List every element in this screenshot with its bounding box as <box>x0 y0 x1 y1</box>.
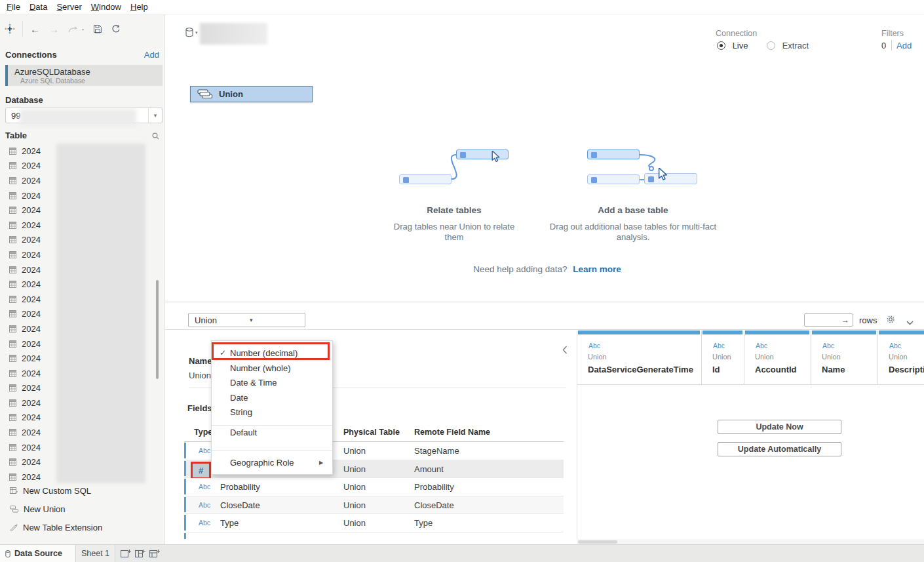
data-source-icon <box>5 550 10 557</box>
field-type-abc[interactable]: Abc <box>194 496 215 515</box>
toolbar-separator <box>22 21 23 37</box>
help-line: Need help adding data? Learn more <box>429 264 665 274</box>
new-table-extension-label: New Table Extension <box>23 523 102 532</box>
grid-column-header[interactable]: Abc Union AccountId <box>744 331 811 384</box>
menu-item-default[interactable]: Default <box>230 428 257 438</box>
new-union-label: New Union <box>24 504 66 514</box>
field-type-number-icon-annotated[interactable]: # <box>191 462 211 479</box>
update-automatically-button[interactable]: Update Automatically <box>718 442 841 456</box>
table-name: 2024 <box>22 265 41 275</box>
table-row-partial[interactable] <box>184 532 564 540</box>
menu-server[interactable]: Server <box>52 2 86 12</box>
table-extension-icon <box>10 523 18 531</box>
column-name: AccountId <box>755 365 797 374</box>
column-table: Union <box>822 353 841 361</box>
radio-extract-dot[interactable] <box>767 41 775 50</box>
refresh-icon[interactable] <box>111 24 121 33</box>
new-story-button[interactable] <box>149 549 161 560</box>
datasource-caret-icon[interactable]: ▾ <box>195 30 198 35</box>
filters-add-link[interactable]: Add <box>896 41 912 50</box>
table-name: 2024 <box>22 205 41 215</box>
row-accent-bar <box>184 497 186 513</box>
tab-sheet1[interactable]: Sheet 1 <box>76 545 115 562</box>
add-connection-link[interactable]: Add <box>144 50 159 60</box>
connection-item[interactable]: AzureSQLDatabase Azure SQL Database <box>5 65 163 86</box>
row-accent-bar <box>184 515 186 531</box>
redo-icon[interactable]: ▾ <box>68 25 84 33</box>
collapse-panel-chevron-icon[interactable] <box>562 346 568 356</box>
base-connector-dash <box>640 179 644 180</box>
database-name-redaction <box>20 109 136 126</box>
field-type-abc[interactable]: Abc <box>194 514 215 532</box>
toolbar: ← → ▾ <box>0 18 125 39</box>
table-row[interactable]: Abc Probability Union Probability <box>184 478 564 496</box>
name-value[interactable]: Union <box>189 371 211 380</box>
new-table-extension[interactable]: New Table Extension <box>0 520 165 534</box>
table-icon <box>9 162 16 169</box>
learn-more-link[interactable]: Learn more <box>573 264 621 274</box>
field-type-abc[interactable]: Abc <box>194 478 215 496</box>
sidebar-scrollbar[interactable] <box>156 280 159 379</box>
col-header-remote-field-name[interactable]: Remote Field Name <box>414 428 490 437</box>
gear-icon[interactable] <box>885 314 896 327</box>
grid-column-header[interactable]: Abc Union Description <box>878 331 924 384</box>
chevron-down-icon[interactable] <box>906 317 914 327</box>
chevron-down-icon[interactable]: ▾ <box>148 108 162 123</box>
back-button[interactable]: ← <box>30 24 40 35</box>
grid-column-header[interactable]: Abc Union DataServiceGenerateTime <box>577 331 702 384</box>
connections-title: Connections <box>5 50 57 60</box>
menu-data[interactable]: Data <box>25 2 52 12</box>
scrollbar-thumb[interactable] <box>578 540 617 544</box>
table-icon <box>9 370 16 377</box>
menu-item-date[interactable]: Date <box>230 393 248 403</box>
table-icon <box>9 281 16 288</box>
col-header-physical-table[interactable]: Physical Table <box>343 428 400 437</box>
grid-column-header[interactable]: Abc Union Id <box>702 331 744 384</box>
rows-go-arrow-icon[interactable]: → <box>841 315 849 325</box>
update-now-button[interactable]: Update Now <box>718 420 841 434</box>
connection-name: AzureSQLDatabase <box>14 67 90 77</box>
menu-window[interactable]: Window <box>87 2 126 12</box>
new-custom-sql[interactable]: New Custom SQL <box>0 483 165 498</box>
menu-item-geographic-role[interactable]: Geographic Role <box>230 458 294 468</box>
new-worksheet-button[interactable] <box>121 549 132 560</box>
forward-button[interactable]: → <box>49 24 59 35</box>
grid-horizontal-scrollbar[interactable] <box>577 539 924 544</box>
datasource-icon[interactable] <box>185 28 193 39</box>
menu-item-number-whole[interactable]: Number (whole) <box>230 363 290 374</box>
grid-column-header[interactable]: Abc Union Name <box>811 331 878 384</box>
tab-data-source[interactable]: Data Source <box>0 545 76 562</box>
column-name: Name <box>822 365 845 374</box>
remote-field-name: Type <box>414 514 433 532</box>
table-row[interactable]: Abc Type Union Type <box>184 514 564 532</box>
radio-live[interactable]: Live <box>717 41 748 50</box>
table-icon <box>9 236 16 243</box>
menu-item-string[interactable]: String <box>230 407 252 418</box>
menu-file[interactable]: File <box>2 2 25 12</box>
column-accent-bar <box>578 331 700 334</box>
union-table-node[interactable]: Union <box>190 86 313 102</box>
menu-help[interactable]: Help <box>126 2 153 12</box>
save-icon[interactable] <box>93 24 102 33</box>
col-header-type[interactable]: Type <box>194 428 212 437</box>
menu-item-number-decimal[interactable]: Number (decimal) <box>230 348 298 359</box>
tableau-logo-icon[interactable] <box>5 24 15 34</box>
menu-item-date-time[interactable]: Date & Time <box>230 378 277 388</box>
field-name: Probability <box>220 478 260 496</box>
table-select[interactable]: Union ▾ <box>188 313 305 327</box>
radio-live-dot[interactable] <box>717 41 725 50</box>
table-icon <box>9 207 16 214</box>
table-row[interactable]: Abc CloseDate Union CloseDate <box>184 496 564 515</box>
radio-extract[interactable]: Extract <box>767 41 809 50</box>
menu-divider <box>212 425 332 426</box>
grid-header-divider <box>577 384 924 385</box>
help-text: Need help adding data? <box>473 264 567 274</box>
new-dashboard-button[interactable] <box>135 549 146 560</box>
table-name: 2024 <box>22 279 41 289</box>
new-union[interactable]: New Union <box>0 502 165 516</box>
table-label: Table <box>5 130 27 140</box>
metadata-header-divider <box>165 329 924 330</box>
table-icon <box>9 340 16 348</box>
column-table: Union <box>588 353 607 361</box>
search-icon[interactable] <box>152 132 159 142</box>
